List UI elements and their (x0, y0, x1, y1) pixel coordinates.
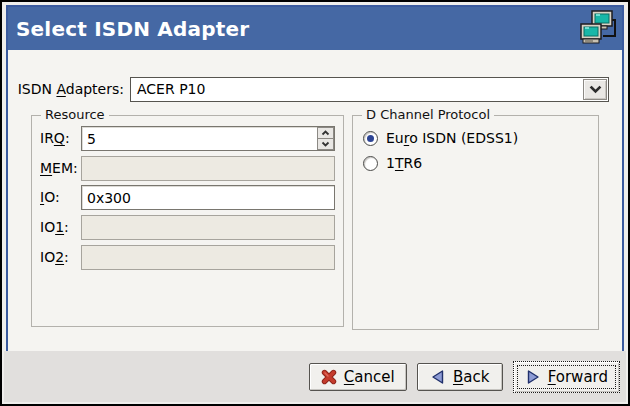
spin-up-button[interactable] (317, 127, 334, 139)
irq-spinbox (81, 126, 335, 151)
d-channel-protocol-group: D Channel Protocol Euro ISDN (EDSS1) 1TR… (352, 115, 599, 330)
isdn-adapters-dropdown-button[interactable] (583, 79, 607, 100)
forward-button-label: Forward (548, 368, 608, 386)
isdn-adapters-selected-value: ACER P10 (137, 81, 205, 97)
cancel-button[interactable]: Cancel (309, 363, 407, 391)
mem-label: MEM: (40, 160, 78, 176)
mem-input (81, 156, 335, 181)
chevron-down-icon (589, 85, 602, 94)
arrow-right-icon (525, 369, 541, 385)
spin-down-button[interactable] (317, 139, 334, 150)
io2-label: IO2: (40, 249, 69, 265)
d-channel-protocol-group-title: D Channel Protocol (362, 107, 494, 122)
isdn-adapters-combobox[interactable]: ACER P10 (130, 77, 609, 102)
red-x-icon (321, 369, 337, 385)
select-isdn-adapter-dialog: Select ISDN Adapter (0, 0, 630, 406)
back-button[interactable]: Back (417, 363, 503, 391)
dialog-button-bar: Cancel Back Forward (4, 351, 626, 402)
dialog-title: Select ISDN Adapter (16, 17, 249, 41)
io-input[interactable] (81, 185, 335, 210)
dialog-content: ISDN Adapters: ACER P10 Resource IRQ: (8, 50, 622, 353)
arrow-left-icon (430, 369, 446, 385)
chevron-up-icon (321, 130, 330, 136)
irq-row: IRQ: (32, 126, 343, 151)
forward-button[interactable]: Forward (513, 361, 620, 393)
euro-isdn-label: Euro ISDN (EDSS1) (386, 130, 518, 146)
radio-option-1tr6[interactable]: 1TR6 (363, 154, 422, 172)
io2-input (81, 245, 335, 270)
dialog-titlebar: Select ISDN Adapter (8, 7, 622, 50)
1tr6-label: 1TR6 (386, 155, 422, 171)
radio-button-selected[interactable] (363, 131, 378, 146)
network-computers-icon (575, 8, 617, 49)
io1-row: IO1: (32, 215, 343, 240)
resource-group-title: Resource (41, 107, 109, 122)
isdn-adapters-label: ISDN Adapters: (8, 81, 124, 97)
resource-group: Resource IRQ: MEM: I (31, 115, 344, 327)
isdn-adapters-row: ISDN Adapters: ACER P10 (8, 77, 622, 102)
io1-input (81, 215, 335, 240)
irq-spin-buttons (317, 127, 334, 150)
chevron-down-icon (321, 141, 330, 147)
io-row: IO: (32, 185, 343, 210)
irq-input[interactable] (81, 126, 335, 151)
cancel-button-label: Cancel (344, 368, 395, 386)
mem-row: MEM: (32, 156, 343, 181)
back-button-label: Back (453, 368, 489, 386)
dialog-main-frame: Select ISDN Adapter (6, 5, 624, 355)
io2-row: IO2: (32, 245, 343, 270)
io-label: IO: (40, 189, 60, 205)
radio-button-unselected[interactable] (363, 156, 378, 171)
irq-label: IRQ: (40, 130, 70, 146)
io1-label: IO1: (40, 219, 69, 235)
radio-option-euro-isdn[interactable]: Euro ISDN (EDSS1) (363, 129, 518, 147)
